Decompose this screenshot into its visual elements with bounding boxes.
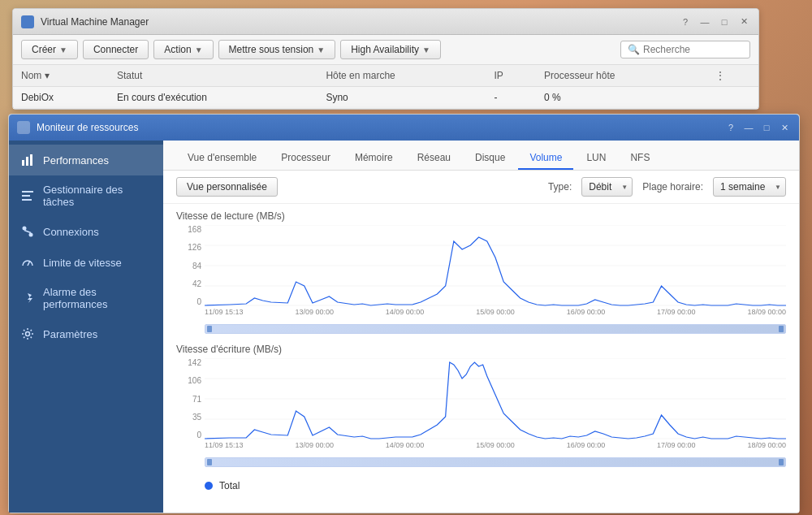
write-chart-wrapper: 142 106 71 35 0	[176, 358, 786, 456]
write-x-4: 16/09 00:00	[567, 441, 606, 456]
legend-label: Total	[219, 480, 240, 491]
vue-personnalisee-button[interactable]: Vue personnalisée	[176, 177, 278, 197]
creer-arrow: ▼	[59, 45, 67, 54]
search-icon: 🔍	[628, 44, 640, 55]
monitor-icon	[17, 121, 30, 134]
cell-nom: DebiOx	[13, 87, 109, 109]
sidebar: Performances Gestionnaire des tâches Con…	[9, 141, 163, 513]
vmm-min-btn[interactable]: —	[698, 17, 711, 27]
search-box[interactable]: 🔍	[620, 41, 750, 58]
plage-select-wrapper[interactable]: 1 semaine	[713, 177, 786, 197]
sidebar-item-parametres[interactable]: Paramètres	[9, 318, 163, 349]
tension-arrow: ▼	[317, 45, 325, 54]
write-range-handle-right[interactable]	[779, 459, 784, 465]
type-select[interactable]: Débit	[581, 177, 633, 197]
svg-rect-2	[30, 154, 32, 166]
tab-lun[interactable]: LUN	[575, 147, 617, 170]
sidebar-label-limite: Limite de vitesse	[43, 257, 122, 269]
tab-volume[interactable]: Volume	[518, 147, 573, 170]
connections-icon	[20, 224, 35, 239]
cell-hote: Syno	[317, 87, 486, 109]
monitor-min-btn[interactable]: —	[742, 123, 755, 132]
read-range-bar[interactable]	[205, 324, 786, 334]
monitor-close-btn[interactable]: ✕	[778, 123, 791, 133]
sidebar-item-performances[interactable]: Performances	[9, 145, 163, 175]
read-chart-svg	[205, 225, 786, 306]
action-arrow: ▼	[195, 45, 203, 54]
vmm-titlebar: Virtual Machine Manager ? — □ ✕	[13, 9, 758, 35]
connecter-button[interactable]: Connecter	[83, 40, 149, 59]
vmm-table: Nom ▾ Statut Hôte en marche IP Processeu…	[13, 65, 758, 109]
write-range-bar[interactable]	[205, 457, 786, 467]
legend-area: Total	[176, 477, 786, 495]
read-y-42: 42	[192, 279, 201, 288]
write-range-fill	[205, 458, 785, 466]
sidebar-label-performances: Performances	[43, 154, 109, 167]
read-x-0: 11/09 15:13	[205, 308, 244, 322]
col-processeur[interactable]: Processeur hôte	[536, 65, 707, 87]
tab-processeur[interactable]: Processeur	[270, 147, 342, 170]
col-statut[interactable]: Statut	[109, 65, 317, 87]
sidebar-item-connexions[interactable]: Connexions	[9, 216, 163, 247]
monitor-max-btn[interactable]: □	[760, 123, 773, 132]
write-chart-container: Vitesse d'écriture (MB/s) 142 106 71 35 …	[176, 344, 786, 467]
col-hote[interactable]: Hôte en marche	[317, 65, 486, 87]
cell-ip: -	[486, 87, 536, 109]
tab-bar: Vue d'ensemble Processeur Mémoire Réseau…	[163, 141, 799, 171]
svg-rect-0	[22, 160, 24, 166]
tab-vue-ensemble[interactable]: Vue d'ensemble	[176, 147, 268, 170]
vmm-controls: ? — □ ✕	[679, 16, 750, 27]
sidebar-item-limite-vitesse[interactable]: Limite de vitesse	[9, 247, 163, 278]
vmm-window: Virtual Machine Manager ? — □ ✕ Créer ▼ …	[12, 8, 759, 110]
type-select-wrapper[interactable]: Débit	[581, 177, 633, 197]
high-availability-button[interactable]: High Availability ▼	[340, 40, 441, 59]
action-button[interactable]: Action ▼	[153, 40, 213, 59]
mettre-sous-tension-button[interactable]: Mettre sous tension ▼	[218, 40, 336, 59]
tab-disque[interactable]: Disque	[464, 147, 516, 170]
sidebar-item-gestionnaire-taches[interactable]: Gestionnaire des tâches	[9, 175, 163, 216]
settings-icon	[20, 327, 35, 341]
vmm-title: Virtual Machine Manager	[41, 16, 679, 28]
tab-memoire[interactable]: Mémoire	[343, 147, 404, 170]
write-x-1: 13/09 00:00	[295, 441, 334, 456]
write-x-0: 11/09 15:13	[205, 441, 244, 456]
col-ip[interactable]: IP	[486, 65, 536, 87]
write-y-71: 71	[192, 395, 201, 404]
table-row[interactable]: DebiOx En cours d'exécution Syno - 0 %	[13, 87, 758, 109]
main-content: Vue d'ensemble Processeur Mémoire Réseau…	[163, 141, 799, 513]
plage-label: Plage horaire:	[642, 181, 703, 193]
read-range-handle-right[interactable]	[779, 326, 784, 332]
monitor-window: Moniteur de ressources ? — □ ✕ Performan…	[8, 114, 800, 513]
sidebar-item-alarme[interactable]: Alarme des performances	[9, 278, 163, 318]
creer-button[interactable]: Créer ▼	[21, 40, 78, 59]
read-y-axis: 168 126 84 42 0	[176, 225, 205, 306]
read-x-4: 16/09 00:00	[567, 308, 606, 322]
read-range-handle-left[interactable]	[207, 326, 212, 332]
sidebar-label-alarme: Alarme des performances	[43, 286, 152, 310]
read-x-6: 18/09 00:00	[747, 308, 786, 322]
write-y-142: 142	[188, 358, 201, 367]
read-x-3: 15/09 00:00	[476, 308, 515, 322]
write-range-handle-left[interactable]	[207, 459, 212, 465]
col-nom[interactable]: Nom ▾	[13, 65, 109, 87]
vmm-max-btn[interactable]: □	[718, 17, 731, 27]
monitor-titlebar: Moniteur de ressources ? — □ ✕	[9, 115, 799, 141]
type-label: Type:	[548, 181, 572, 193]
read-chart-wrapper: 168 126 84 42 0	[176, 225, 786, 322]
table-header-row: Nom ▾ Statut Hôte en marche IP Processeu…	[13, 65, 758, 87]
tab-reseau[interactable]: Réseau	[406, 147, 462, 170]
search-input[interactable]	[643, 44, 743, 55]
monitor-help-btn[interactable]: ?	[724, 123, 737, 132]
read-y-126: 126	[188, 243, 201, 252]
write-x-labels: 11/09 15:13 13/09 00:00 14/09 00:00 15/0…	[205, 441, 786, 456]
controls-bar: Vue personnalisée Type: Débit Plage hora…	[163, 171, 799, 204]
plage-select[interactable]: 1 semaine	[713, 177, 786, 197]
tab-nfs[interactable]: NFS	[619, 147, 661, 170]
write-x-6: 18/09 00:00	[747, 441, 786, 456]
col-more[interactable]: ⋮	[707, 65, 758, 87]
read-chart-title: Vitesse de lecture (MB/s)	[176, 210, 786, 222]
vmm-close-btn[interactable]: ✕	[737, 16, 750, 27]
vmm-help-btn[interactable]: ?	[679, 17, 692, 27]
read-chart-container: Vitesse de lecture (MB/s) 168 126 84 42 …	[176, 210, 786, 334]
monitor-body: Performances Gestionnaire des tâches Con…	[9, 141, 799, 513]
